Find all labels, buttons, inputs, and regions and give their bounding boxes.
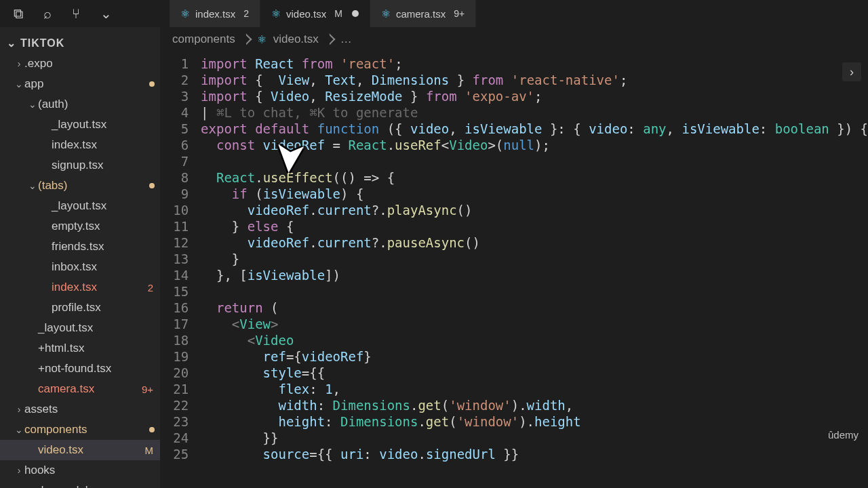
code-line[interactable]: <View> bbox=[201, 316, 868, 332]
line-number: 24 bbox=[160, 430, 189, 446]
tree-item[interactable]: camera.tsx9+ bbox=[0, 379, 160, 399]
code-line[interactable] bbox=[201, 283, 868, 300]
file-name: +not-found.tsx bbox=[38, 362, 160, 375]
tree-item[interactable]: ⌄app bbox=[0, 74, 160, 94]
chevron-icon: › bbox=[14, 404, 24, 415]
search-icon[interactable]: ⌕ bbox=[43, 6, 52, 22]
file-badge: 2 bbox=[148, 282, 160, 293]
tab-video-tsx[interactable]: ⚛video.tsxM bbox=[260, 0, 370, 27]
react-icon: ⚛ bbox=[257, 33, 267, 46]
tree-item[interactable]: profile.tsx bbox=[0, 298, 160, 318]
project-name: TIKTOK bbox=[20, 37, 64, 49]
code-line[interactable]: import { Video, ResizeMode } from 'expo-… bbox=[201, 88, 868, 104]
unsaved-dot-icon bbox=[352, 10, 359, 17]
code-line[interactable]: import { View, Text, Dimensions } from '… bbox=[201, 72, 868, 88]
tree-item[interactable]: empty.tsx bbox=[0, 216, 160, 237]
file-tree: ›.expo⌄app⌄(auth)_layout.tsxindex.tsxsig… bbox=[0, 54, 160, 488]
code-line[interactable]: export default function ({ video, isView… bbox=[201, 121, 868, 137]
file-name: (auth) bbox=[38, 98, 160, 111]
tree-item[interactable]: ›hooks bbox=[0, 460, 160, 481]
explorer-title[interactable]: ⌄ TIKTOK bbox=[0, 33, 160, 54]
tree-item[interactable]: inbox.tsx bbox=[0, 257, 160, 277]
chevron-right-icon bbox=[240, 34, 252, 45]
line-number: 4 bbox=[160, 104, 189, 121]
code-area[interactable]: import React from 'react';import { View,… bbox=[201, 56, 868, 488]
tree-item[interactable]: +html.tsx bbox=[0, 338, 160, 359]
tree-item[interactable]: ›assets bbox=[0, 399, 160, 420]
line-number: 23 bbox=[160, 413, 189, 430]
tab-camera-tsx[interactable]: ⚛camera.tsx9+ bbox=[370, 0, 476, 27]
code-line[interactable]: videoRef.current?.playAsync() bbox=[201, 202, 868, 218]
tree-item[interactable]: _layout.tsx bbox=[0, 196, 160, 216]
explorer-icon[interactable]: ⧉ bbox=[14, 6, 23, 22]
code-line[interactable]: style={{ bbox=[201, 365, 868, 381]
chevron-down-icon: ⌄ bbox=[7, 37, 16, 49]
line-number: 6 bbox=[160, 137, 189, 153]
code-line[interactable]: height: Dimensions.get('window').height bbox=[201, 413, 868, 430]
code-line[interactable]: | ⌘L to chat, ⌘K to generate bbox=[201, 104, 868, 121]
line-number: 14 bbox=[160, 267, 189, 283]
tree-item[interactable]: ⌄(tabs) bbox=[0, 176, 160, 196]
chevron-icon: ⌄ bbox=[14, 424, 24, 435]
dirty-dot-icon bbox=[149, 183, 155, 188]
code-line[interactable]: const videoRef = React.useRef<Video>(nul… bbox=[201, 137, 868, 153]
code-line[interactable]: } bbox=[201, 251, 868, 267]
code-line[interactable]: if (isViewable) { bbox=[201, 186, 868, 202]
code-line[interactable]: width: Dimensions.get('window').width, bbox=[201, 397, 868, 413]
code-line[interactable]: <Video bbox=[201, 332, 868, 348]
tree-item[interactable]: _layout.tsx bbox=[0, 115, 160, 135]
breadcrumb-folder[interactable]: components bbox=[172, 33, 235, 46]
file-name: app bbox=[24, 77, 149, 91]
tree-item[interactable]: video.tsxM bbox=[0, 440, 160, 460]
line-number: 21 bbox=[160, 381, 189, 397]
code-line[interactable]: source={{ uri: video.signedUrl }} bbox=[201, 446, 868, 462]
tree-item[interactable]: friends.tsx bbox=[0, 237, 160, 257]
tree-item[interactable]: signup.tsx bbox=[0, 155, 160, 176]
file-name: components bbox=[24, 423, 149, 436]
tree-item[interactable]: +not-found.tsx bbox=[0, 359, 160, 379]
tree-item[interactable]: index.tsx2 bbox=[0, 277, 160, 298]
code-editor[interactable]: 1234567891011121314151617181920212223242… bbox=[160, 52, 868, 488]
code-line[interactable]: }} bbox=[201, 430, 868, 446]
file-name: +html.tsx bbox=[38, 342, 160, 355]
line-number: 22 bbox=[160, 397, 189, 413]
react-icon: ⚛ bbox=[180, 7, 190, 20]
tab-index-tsx[interactable]: ⚛index.tsx2 bbox=[170, 0, 260, 27]
line-number: 1 bbox=[160, 56, 189, 72]
line-number: 20 bbox=[160, 365, 189, 381]
tree-item[interactable]: ⌄components bbox=[0, 420, 160, 440]
line-number: 9 bbox=[160, 186, 189, 202]
breadcrumb[interactable]: components ⚛ video.tsx … bbox=[160, 27, 868, 52]
tab-label: video.tsx bbox=[286, 8, 326, 20]
tree-item[interactable]: ›node_modules bbox=[0, 481, 160, 488]
line-number: 13 bbox=[160, 251, 189, 267]
tree-item[interactable]: ›.expo bbox=[0, 54, 160, 74]
code-line[interactable]: import React from 'react'; bbox=[201, 56, 868, 72]
code-line[interactable]: React.useEffect(() => { bbox=[201, 169, 868, 186]
code-line[interactable]: return ( bbox=[201, 300, 868, 316]
line-number: 10 bbox=[160, 202, 189, 218]
code-line[interactable] bbox=[201, 153, 868, 169]
react-icon: ⚛ bbox=[271, 7, 281, 20]
code-line[interactable]: ref={videoRef} bbox=[201, 348, 868, 365]
line-number: 12 bbox=[160, 235, 189, 251]
chevron-icon: ⌄ bbox=[27, 99, 38, 110]
code-line[interactable]: videoRef.current?.pauseAsync() bbox=[201, 235, 868, 251]
line-number: 5 bbox=[160, 121, 189, 137]
tree-item[interactable]: ⌄(auth) bbox=[0, 94, 160, 115]
udemy-watermark: ûdemy bbox=[828, 429, 859, 441]
file-name: hooks bbox=[24, 464, 160, 477]
code-line[interactable]: flex: 1, bbox=[201, 381, 868, 397]
tree-item[interactable]: _layout.tsx bbox=[0, 318, 160, 338]
tree-item[interactable]: index.tsx bbox=[0, 135, 160, 155]
overflow-button[interactable]: › bbox=[842, 62, 861, 81]
file-badge: M bbox=[145, 445, 161, 456]
chevron-down-icon[interactable]: ⌄ bbox=[100, 5, 112, 22]
file-name: _layout.tsx bbox=[52, 199, 160, 213]
code-line[interactable]: }, [isViewable]) bbox=[201, 267, 868, 283]
breadcrumb-file[interactable]: video.tsx bbox=[273, 33, 319, 46]
tab-label: camera.tsx bbox=[396, 8, 446, 20]
breadcrumb-more[interactable]: … bbox=[340, 33, 352, 46]
code-line[interactable]: } else { bbox=[201, 218, 868, 235]
source-control-icon[interactable]: ⑂ bbox=[72, 6, 80, 22]
